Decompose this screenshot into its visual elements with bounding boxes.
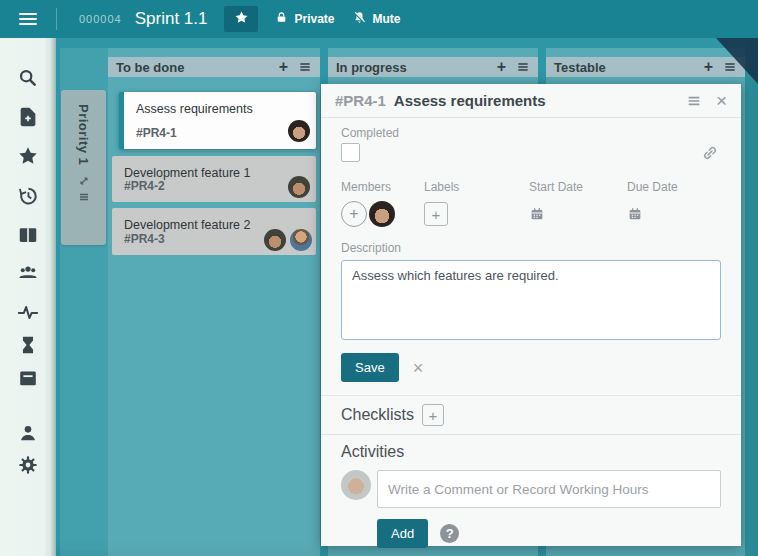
- completed-checkbox[interactable]: [341, 143, 360, 162]
- card-id: #PR4-1: [136, 126, 177, 140]
- mute-label: Mute: [373, 12, 401, 26]
- topbar-divider: [56, 8, 57, 30]
- column-title: To be done: [116, 60, 279, 75]
- labels-field: Labels +: [424, 180, 529, 227]
- modal-card-title: Assess requirements: [394, 92, 672, 109]
- top-bar: 000004 Sprint 1.1 Private Mute: [0, 0, 758, 38]
- corner-fold-decoration: [716, 38, 758, 84]
- add-label-button[interactable]: +: [424, 202, 448, 226]
- note-add-icon[interactable]: [17, 106, 39, 128]
- card-id: #PR4-2: [124, 179, 165, 193]
- divider: [321, 434, 741, 435]
- modal-close-icon[interactable]: ×: [716, 91, 727, 110]
- checklists-heading: Checklists: [341, 406, 414, 424]
- comment-row: [341, 470, 721, 508]
- archive-icon[interactable]: [17, 367, 39, 389]
- fields-row: Members + Labels + Start Date: [341, 180, 721, 227]
- card-title: Development feature 2: [112, 208, 316, 232]
- add-comment-button[interactable]: Add: [377, 519, 428, 548]
- column-header-todo: To be done +: [108, 57, 320, 77]
- swimlane-priority-1[interactable]: Priority 1: [61, 90, 106, 245]
- card-assess-requirements[interactable]: Assess requirements #PR4-1: [119, 92, 316, 149]
- card-development-feature-1[interactable]: Development feature 1 #PR4-2: [112, 156, 316, 202]
- board-title: Sprint 1.1: [135, 9, 208, 29]
- mute-button[interactable]: Mute: [352, 10, 401, 28]
- card-detail-modal: #PR4-1 Assess requirements × Completed M…: [321, 84, 741, 546]
- permalink-icon[interactable]: [701, 144, 719, 162]
- members-field: Members +: [341, 180, 424, 227]
- members-label: Members: [341, 180, 424, 194]
- checklists-section: Checklists +: [341, 404, 721, 426]
- description-textarea[interactable]: Assess which features are required.: [341, 260, 721, 340]
- card-title: Development feature 1: [112, 156, 316, 180]
- save-button[interactable]: Save: [341, 353, 399, 382]
- modal-header: #PR4-1 Assess requirements ×: [321, 84, 741, 118]
- card-title: Assess requirements: [124, 92, 316, 116]
- labels-label: Labels: [424, 180, 529, 194]
- due-date-label: Due Date: [627, 180, 721, 194]
- modal-menu-icon[interactable]: [686, 93, 702, 109]
- start-date-label: Start Date: [529, 180, 627, 194]
- column-title: In progress: [336, 60, 497, 75]
- card-development-feature-2[interactable]: Development feature 2 #PR4-3: [112, 208, 316, 255]
- swimlane-title: Priority 1: [76, 104, 91, 165]
- star-icon: [234, 10, 249, 29]
- column-menu-icon[interactable]: [516, 60, 530, 74]
- modal-card-id: #PR4-1: [335, 92, 386, 109]
- avatar[interactable]: [290, 229, 312, 251]
- visibility-button[interactable]: Private: [275, 11, 334, 27]
- left-sidebar: [0, 38, 56, 556]
- add-member-button[interactable]: +: [341, 201, 367, 227]
- app-window: 000004 Sprint 1.1 Private Mute: [0, 0, 758, 556]
- column-title: Testable: [554, 60, 704, 75]
- help-icon[interactable]: ?: [440, 524, 459, 543]
- completed-label: Completed: [341, 126, 721, 140]
- add-card-icon[interactable]: +: [279, 59, 288, 75]
- calendar-icon[interactable]: [627, 206, 643, 222]
- board-icon[interactable]: [17, 224, 39, 246]
- swimlane-menu-icon[interactable]: [78, 191, 90, 203]
- swimlane-controls: [78, 175, 90, 203]
- avatar[interactable]: [288, 176, 310, 198]
- team-icon[interactable]: [17, 261, 39, 283]
- description-label: Description: [341, 241, 721, 255]
- cancel-icon[interactable]: ×: [413, 359, 424, 377]
- collapse-diagonal-icon[interactable]: [78, 175, 90, 187]
- user-icon[interactable]: [17, 422, 39, 444]
- activities-section: Activities: [341, 443, 721, 461]
- activity-icon[interactable]: [17, 301, 39, 323]
- add-row: Add ?: [377, 519, 721, 548]
- lock-icon: [275, 11, 288, 27]
- comment-input[interactable]: [377, 470, 721, 508]
- add-card-icon[interactable]: +: [704, 59, 713, 75]
- add-checklist-button[interactable]: +: [422, 404, 444, 426]
- column-header-inprogress: In progress +: [328, 57, 538, 77]
- column-menu-icon[interactable]: [298, 60, 312, 74]
- settings-gear-icon[interactable]: [17, 454, 39, 476]
- menu-icon[interactable]: [0, 0, 56, 38]
- member-avatar[interactable]: [369, 201, 395, 227]
- favorite-button[interactable]: [224, 6, 258, 32]
- search-icon[interactable]: [17, 67, 39, 89]
- add-card-icon[interactable]: +: [497, 59, 506, 75]
- divider: [321, 395, 741, 396]
- modal-body: Completed Members + Labels +: [321, 118, 741, 548]
- activities-heading: Activities: [341, 443, 404, 461]
- calendar-icon[interactable]: [529, 206, 545, 222]
- hourglass-icon[interactable]: [17, 334, 39, 356]
- visibility-label: Private: [294, 12, 334, 26]
- due-date-field: Due Date: [627, 180, 721, 227]
- project-number: 000004: [79, 13, 122, 25]
- start-date-field: Start Date: [529, 180, 627, 227]
- history-icon[interactable]: [17, 185, 39, 207]
- save-row: Save ×: [341, 353, 721, 382]
- avatar[interactable]: [264, 229, 286, 251]
- bell-off-icon: [352, 10, 367, 28]
- star-icon[interactable]: [17, 145, 39, 167]
- avatar[interactable]: [288, 120, 310, 142]
- card-id: #PR4-3: [124, 232, 165, 246]
- current-user-avatar: [341, 470, 371, 500]
